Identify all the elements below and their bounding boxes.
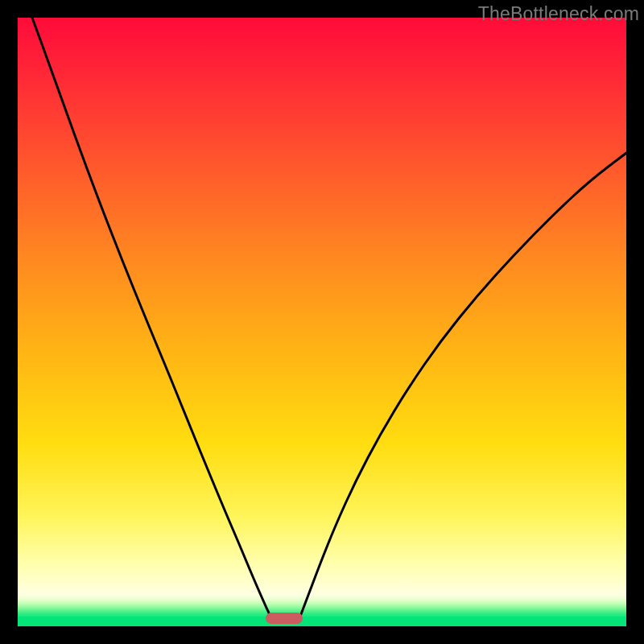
right-curve — [299, 153, 626, 618]
left-curve — [32, 18, 271, 618]
curves-svg — [18, 18, 626, 626]
watermark-text: TheBottleneck.com — [478, 3, 639, 25]
plot-frame — [18, 18, 626, 626]
bottleneck-marker — [266, 613, 303, 624]
